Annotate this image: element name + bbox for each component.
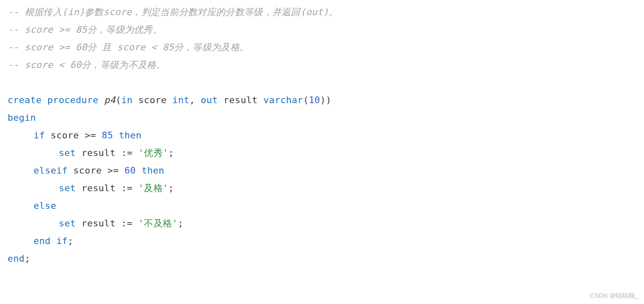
- comment-line-3: -- score >= 60分 且 score < 85分，等级为及格。: [3, 39, 644, 56]
- id-score2: score: [73, 165, 102, 176]
- semicolon5: ;: [25, 253, 31, 264]
- kw-set2: set: [59, 183, 76, 193]
- kw-begin: begin: [8, 112, 36, 123]
- lparen: (: [115, 95, 121, 105]
- str-fail: '不及格': [138, 218, 178, 229]
- comment-text: -- score >= 60分 且 score < 85分，等级为及格。: [8, 42, 249, 52]
- kw-end2: end: [8, 253, 25, 264]
- watermark: CSDN @咕咕猫_: [590, 290, 638, 302]
- kw-if2: if: [56, 236, 68, 246]
- op-gte2: >=: [107, 165, 119, 176]
- elseif-line: elseif score >= 60 then: [3, 162, 644, 179]
- semicolon3: ;: [178, 218, 184, 229]
- kw-procedure: procedure: [47, 95, 99, 105]
- set-pass-line: set result := '及格';: [3, 179, 644, 197]
- param-result: result: [224, 95, 258, 105]
- comment-text: -- 根据传入(in)参数score，判定当前分数对应的分数等级，并返回(out…: [8, 7, 338, 17]
- semicolon4: ;: [68, 236, 73, 246]
- comment-text: -- score >= 85分，等级为优秀。: [8, 24, 162, 35]
- op-assign: :=: [121, 148, 133, 158]
- kw-else: else: [34, 200, 56, 211]
- kw-then2: then: [141, 165, 164, 176]
- proc-name: p4: [104, 95, 115, 105]
- num-10: 10: [309, 95, 320, 105]
- else-line: else: [3, 197, 644, 215]
- rparen: ): [320, 95, 326, 105]
- kw-varchar: varchar: [263, 95, 303, 105]
- semicolon2: ;: [168, 183, 174, 193]
- comment-line-2: -- score >= 85分，等级为优秀。: [3, 21, 644, 39]
- id-result2: result: [81, 183, 115, 193]
- create-procedure-line: create procedure p4(in score int, out re…: [3, 91, 644, 109]
- comment-text: -- score < 60分，等级为不及格。: [8, 60, 166, 70]
- param-score: score: [138, 95, 167, 105]
- kw-int: int: [172, 95, 190, 105]
- if-line: if score >= 85 then: [3, 127, 644, 144]
- comment-line-1: -- 根据传入(in)参数score，判定当前分数对应的分数等级，并返回(out…: [3, 3, 644, 21]
- op-gte: >=: [85, 130, 96, 140]
- kw-set3: set: [59, 218, 76, 229]
- op-assign2: :=: [121, 183, 133, 193]
- set-fail-line: set result := '不及格';: [3, 215, 644, 232]
- str-pass: '及格': [138, 183, 169, 193]
- comment-line-4: -- score < 60分，等级为不及格。: [3, 56, 644, 74]
- id-result: result: [81, 148, 115, 158]
- lparen2: (: [303, 95, 309, 105]
- endif-line: end if;: [3, 232, 644, 250]
- num-85: 85: [102, 130, 113, 140]
- kw-set: set: [59, 148, 76, 158]
- id-result3: result: [81, 218, 115, 229]
- begin-line: begin: [3, 109, 644, 127]
- comma: ,: [189, 95, 195, 105]
- kw-if: if: [34, 130, 45, 140]
- id-score: score: [51, 130, 79, 140]
- kw-elseif: elseif: [34, 165, 68, 176]
- kw-end: end: [34, 236, 51, 246]
- kw-in: in: [121, 95, 133, 105]
- semicolon: ;: [168, 148, 174, 158]
- set-excellent-line: set result := '优秀';: [3, 144, 644, 162]
- end-line: end;: [3, 250, 644, 268]
- op-assign3: :=: [121, 218, 133, 229]
- blank-line: [3, 74, 644, 91]
- str-excellent: '优秀': [138, 148, 169, 158]
- kw-then: then: [119, 130, 141, 140]
- kw-create: create: [8, 95, 42, 105]
- rparen2: ): [326, 95, 332, 105]
- num-60: 60: [125, 165, 136, 176]
- kw-out: out: [201, 95, 218, 105]
